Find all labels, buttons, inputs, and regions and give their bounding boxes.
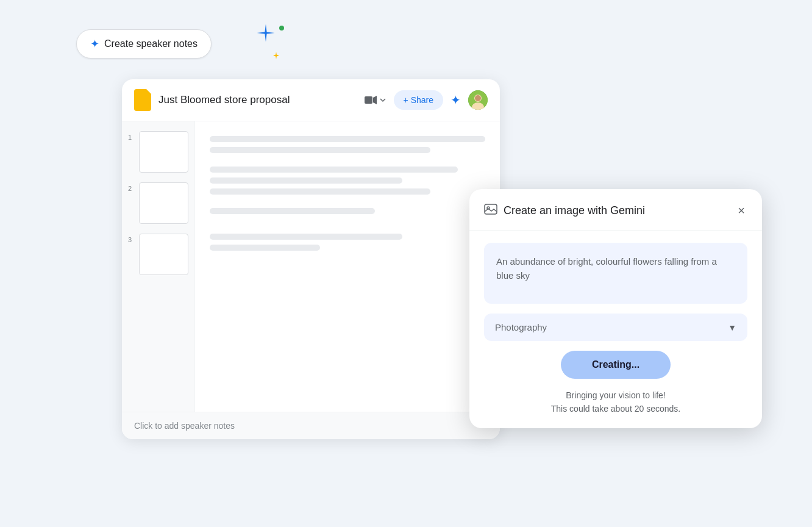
sparkle-large-icon xyxy=(256,23,276,43)
gemini-modal-body: An abundance of bright, colourful flower… xyxy=(469,231,762,428)
content-line-2 xyxy=(210,147,430,153)
speaker-notes-placeholder: Click to add speaker notes xyxy=(134,421,235,431)
share-button[interactable]: + Share xyxy=(394,90,443,110)
image-icon xyxy=(484,203,497,218)
svg-rect-6 xyxy=(485,204,497,214)
content-line-5 xyxy=(210,188,430,195)
slides-logo xyxy=(134,89,151,111)
sparkle-icon: ✦ xyxy=(90,37,99,51)
gemini-modal-title: Create an image with Gemini xyxy=(504,204,729,217)
create-notes-label: Create speaker notes xyxy=(104,38,198,49)
share-label: + Share xyxy=(404,95,433,105)
slide-thumb-1[interactable]: 1 xyxy=(128,131,188,173)
gemini-style-dropdown[interactable]: Photography ▼ xyxy=(484,314,747,341)
content-line-6 xyxy=(210,208,375,214)
slides-panel: Just Bloomed store proposal + Share ✦ xyxy=(122,79,500,439)
content-line-1 xyxy=(210,136,485,142)
slides-main-area xyxy=(195,121,500,439)
slide-number-2: 2 xyxy=(128,185,135,192)
avatar-image xyxy=(468,90,488,110)
slide-number-1: 1 xyxy=(128,134,135,141)
slide-thumb-3[interactable]: 3 xyxy=(128,234,188,275)
gemini-prompt-text: An abundance of bright, colourful flower… xyxy=(496,256,717,281)
chevron-down-icon xyxy=(379,96,386,104)
slide-thumbnail-1[interactable] xyxy=(139,131,188,173)
slides-sidebar: 1 2 3 xyxy=(122,121,195,439)
status-line-1: Bringing your vision to life! xyxy=(484,389,747,402)
gemini-status-text: Bringing your vision to life! This could… xyxy=(484,389,747,416)
content-line-8 xyxy=(210,245,320,251)
content-line-3 xyxy=(210,167,458,173)
gemini-prompt-area[interactable]: An abundance of bright, colourful flower… xyxy=(484,243,747,304)
svg-marker-1 xyxy=(373,96,377,104)
slides-header: Just Bloomed store proposal + Share ✦ xyxy=(122,79,500,121)
avatar[interactable] xyxy=(468,90,488,110)
chevron-down-icon: ▼ xyxy=(728,323,736,332)
close-icon: × xyxy=(738,204,745,217)
svg-rect-0 xyxy=(365,96,372,104)
video-button[interactable] xyxy=(365,95,386,105)
create-speaker-notes-button[interactable]: ✦ Create speaker notes xyxy=(76,29,212,59)
video-icon xyxy=(365,95,377,105)
slide-thumbnail-3[interactable] xyxy=(139,234,188,275)
header-actions: + Share ✦ xyxy=(365,90,488,110)
slides-title: Just Bloomed store proposal xyxy=(158,94,357,106)
gemini-modal-header: Create an image with Gemini × xyxy=(469,189,762,231)
slide-thumb-2[interactable]: 2 xyxy=(128,182,188,224)
svg-point-5 xyxy=(475,95,481,101)
slides-content: 1 2 3 xyxy=(122,121,500,439)
creating-label: Creating... xyxy=(592,359,639,370)
slide-content-lines xyxy=(210,136,485,251)
slide-thumbnail-2[interactable] xyxy=(139,182,188,224)
content-line-4 xyxy=(210,177,402,184)
sparkle-yellow-icon xyxy=(272,51,280,60)
gemini-close-button[interactable]: × xyxy=(735,201,747,220)
status-line-2: This could take about 20 seconds. xyxy=(484,402,747,415)
slide-number-3: 3 xyxy=(128,236,135,243)
gemini-dropdown-label: Photography xyxy=(495,322,547,332)
gemini-creating-button[interactable]: Creating... xyxy=(561,351,671,379)
gemini-modal: Create an image with Gemini × An abundan… xyxy=(469,189,762,428)
sparkle-green-dot xyxy=(279,26,284,30)
speaker-notes-area[interactable]: Click to add speaker notes xyxy=(122,412,500,439)
content-line-7 xyxy=(210,234,402,240)
gemini-star-icon[interactable]: ✦ xyxy=(451,93,461,107)
